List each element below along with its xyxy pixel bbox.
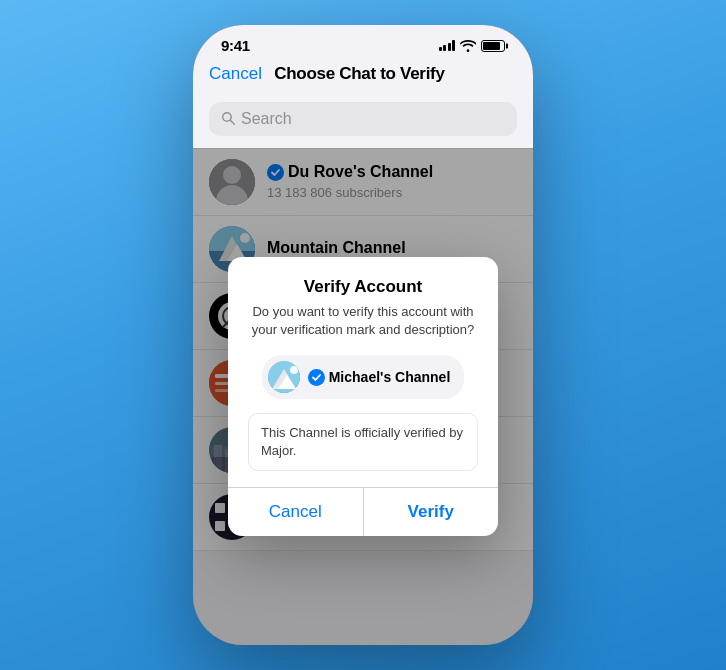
- search-placeholder: Search: [241, 110, 292, 128]
- signal-icon: [439, 40, 456, 51]
- modal-card: Verify Account Do you want to verify thi…: [228, 257, 498, 537]
- modal-channel-avatar: [268, 361, 300, 393]
- modal-cancel-button[interactable]: Cancel: [228, 488, 364, 536]
- svg-line-1: [230, 120, 234, 124]
- modal-channel-preview: Michael's Channel: [262, 355, 465, 399]
- status-bar: 9:41: [193, 25, 533, 60]
- modal-verify-button[interactable]: Verify: [364, 488, 499, 536]
- modal-channel-name: Michael's Channel: [329, 369, 451, 385]
- modal-overlay: Verify Account Do you want to verify thi…: [193, 148, 533, 645]
- nav-bar: Cancel Choose Chat to Verify: [193, 60, 533, 94]
- status-time: 9:41: [221, 37, 250, 54]
- modal-title: Verify Account: [248, 277, 478, 297]
- search-bar-wrapper: Search: [193, 94, 533, 148]
- modal-verified-badge: [308, 369, 325, 386]
- modal-description: Do you want to verify this account with …: [248, 303, 478, 339]
- modal-actions: Cancel Verify: [228, 487, 498, 536]
- wifi-icon: [460, 40, 476, 52]
- battery-icon: [481, 40, 505, 52]
- cancel-nav-button[interactable]: Cancel: [209, 64, 262, 84]
- page-title: Choose Chat to Verify: [274, 64, 444, 84]
- search-bar[interactable]: Search: [209, 102, 517, 136]
- status-icons: [439, 40, 506, 52]
- modal-verified-description: This Channel is officially verified by M…: [248, 413, 478, 471]
- svg-point-23: [290, 366, 298, 374]
- modal-body: Verify Account Do you want to verify thi…: [228, 257, 498, 488]
- search-icon: [221, 111, 235, 128]
- phone-frame: 9:41 Cancel Choose Chat to Verify: [193, 25, 533, 645]
- chat-list: Du Rove's Channel 13 183 806 subscribers…: [193, 148, 533, 645]
